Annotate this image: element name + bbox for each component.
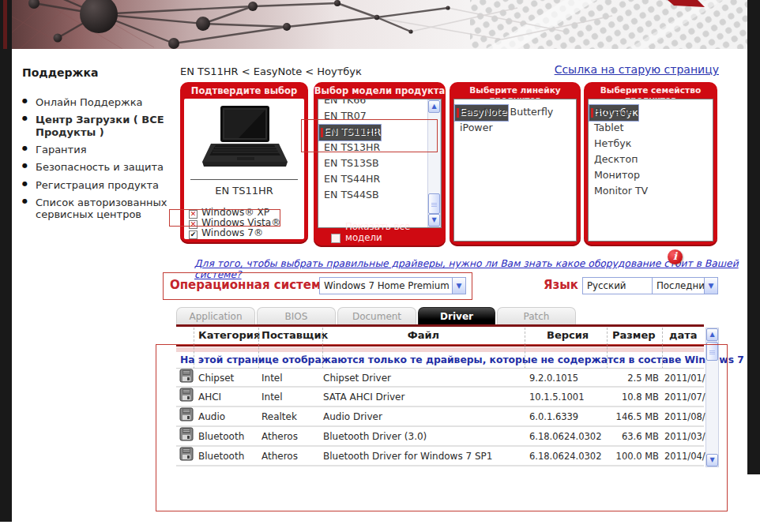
sidebar-item-security[interactable]: Безопасность и защита (22, 161, 171, 173)
confirm-panel-body: EN TS11HR ✕Windows® XP ✕Windows Vista® ✔… (184, 99, 304, 239)
tab-patch[interactable]: Patch (497, 307, 576, 324)
chevron-down-icon[interactable]: ▼ (704, 278, 717, 294)
family-option[interactable]: Monitor TV (589, 183, 713, 199)
sidebar-item-warranty[interactable]: Гарантия (22, 144, 171, 155)
table-row: Chipset Intel Chipset Driver 9.2.0.1015 … (176, 368, 704, 388)
chevron-down-icon[interactable]: ▼ (452, 278, 465, 294)
family-option[interactable]: Tablet (589, 120, 713, 136)
model-option[interactable]: EN TS13SB (318, 155, 427, 171)
download-floppy-icon[interactable] (179, 388, 194, 408)
model-option[interactable]: EN TS11SB (318, 124, 427, 140)
os-select-label: Операционная система : (170, 278, 338, 292)
column-header-size: Размер (612, 329, 656, 341)
language-select-value: Русский (583, 278, 655, 294)
row-version: 6.18.0624.0302 (529, 427, 601, 446)
scroll-up-icon[interactable]: ▲ (706, 328, 718, 341)
row-size: 2.5 MB (608, 369, 659, 388)
table-row: Bluetooth Atheros Bluetooth Driver (3.0)… (176, 427, 704, 447)
molecule-banner-graphic (12, 0, 747, 49)
download-floppy-icon[interactable] (179, 447, 194, 467)
download-floppy-icon[interactable] (179, 369, 194, 389)
panel-divider (190, 179, 298, 180)
scrollbar-thumb[interactable] (428, 193, 440, 214)
line-list: EasyNote EasyNote Butterfly iPower (454, 104, 576, 241)
row-category: AHCI (198, 388, 221, 406)
page-left-edge-accent (3, 0, 7, 49)
confirm-panel-title: Подтвердите выбор (180, 85, 308, 96)
line-option[interactable]: iPower (454, 120, 576, 136)
row-file: SATA AHCI Driver (323, 388, 404, 406)
confirm-selection-panel: Подтвердите выбор EN TS11HR ✕Windows® XP… (180, 82, 308, 244)
model-option[interactable]: EN TS44SB (318, 187, 427, 203)
line-option[interactable]: EasyNote Butterfly (454, 104, 576, 120)
family-option[interactable]: Монитор (589, 167, 713, 183)
sidebar-title: Поддержка (22, 66, 98, 79)
row-version: 6.0.1.6339 (529, 407, 578, 426)
model-listbox: EN TK66 EN TR07 EN TS11HR EN TS11SB EN T… (318, 99, 442, 228)
sidebar-item-service-centers[interactable]: Список авторизованных сервисных центров (22, 197, 171, 221)
row-vendor: Realtek (261, 407, 297, 426)
table-header-underline (176, 344, 704, 347)
model-list: EN TK66 EN TR07 EN TS11HR EN TS11SB EN T… (318, 99, 427, 227)
row-category: Bluetooth (198, 427, 244, 446)
row-vendor: Atheros (261, 447, 298, 466)
row-category: Bluetooth (198, 447, 244, 466)
column-header-file: Файл (322, 329, 525, 341)
page-right-edge (747, 0, 760, 474)
row-size: 63.6 MB (608, 427, 659, 446)
tab-driver-active[interactable]: Driver (418, 307, 495, 324)
os-support-windows-vista: ✕Windows Vista® (189, 217, 281, 227)
model-option[interactable]: EN TS13HR (318, 140, 427, 155)
download-floppy-icon[interactable] (179, 427, 194, 448)
sort-select-value: Последние (653, 278, 704, 294)
scroll-down-icon[interactable]: ▼ (706, 454, 718, 466)
download-floppy-icon[interactable] (179, 407, 194, 428)
row-category: Audio (198, 407, 225, 426)
row-file: Bluetooth Driver for Windows 7 SP1 (323, 447, 492, 466)
model-panel-title: Выбор модели продукта (314, 85, 446, 96)
os-select[interactable]: Windows 7 Home Premium x64 ▼ (319, 277, 466, 294)
family-option[interactable]: Десктоп (589, 152, 713, 167)
row-category: Chipset (198, 369, 234, 388)
family-option[interactable]: Нетбук (589, 136, 713, 152)
page-left-edge (0, 0, 12, 522)
show-all-models-checkbox[interactable] (331, 234, 340, 243)
family-list: Ноутбук Storage Tablet Нетбук Десктоп Мо… (589, 104, 713, 241)
row-file: Bluetooth Driver (3.0) (323, 427, 427, 446)
sidebar-item-online-support[interactable]: Онлайн Поддержка (22, 96, 171, 108)
os-support-windows-7: ✔Windows 7® (189, 227, 263, 238)
table-row: AHCI Intel SATA AHCI Driver 10.1.5.1001 … (176, 388, 704, 407)
sidebar-item-download-center[interactable]: Центр Загрузки ( ВСЕ Продукты ) (22, 114, 171, 138)
results-scrollbar[interactable]: ▲ ▼ (705, 328, 719, 467)
sidebar-menu: Онлайн Поддержка Центр Загрузки ( ВСЕ Пр… (22, 96, 171, 227)
os-support-windows-xp: ✕Windows® XP (189, 207, 269, 217)
tab-application[interactable]: Application (176, 307, 255, 324)
tab-document[interactable]: Document (337, 307, 416, 324)
model-option[interactable]: EN TS44HR (318, 171, 427, 187)
show-all-models-label: Показать все модели (345, 221, 446, 243)
column-header-date: дата (669, 329, 698, 341)
column-header-version: Версия (547, 329, 589, 341)
model-option[interactable]: EN TK66 (318, 99, 427, 108)
info-icon[interactable]: i (668, 249, 683, 264)
selected-model-name: EN TS11HR (184, 185, 304, 197)
row-version: 6.18.0624.0302 (529, 447, 601, 466)
family-option[interactable]: Storage (589, 104, 713, 120)
row-vendor: Atheros (261, 427, 298, 446)
old-page-link[interactable]: Ссылка на старую страницу (553, 63, 719, 76)
line-listbox: EasyNote EasyNote Butterfly iPower (453, 99, 577, 242)
header-banner-image (12, 0, 747, 49)
column-header-category: Категория (198, 329, 260, 341)
scrollbar-thumb[interactable] (706, 342, 718, 361)
row-size: 146.5 MB (608, 407, 659, 426)
os-select-value: Windows 7 Home Premium x64 (320, 278, 452, 294)
sidebar-item-product-registration[interactable]: Регистрация продукта (22, 179, 171, 191)
model-list-scrollbar[interactable]: ▲ ▼ (427, 99, 441, 227)
breadcrumb: EN TS11HR < EasyNote < Ноутбук (180, 66, 362, 77)
scroll-up-icon[interactable]: ▲ (428, 100, 440, 113)
sort-select[interactable]: Последние ▼ (652, 277, 718, 294)
row-version: 10.1.5.1001 (529, 388, 585, 406)
model-option[interactable]: EN TR07 (318, 108, 427, 124)
supported-checkbox-icon: ✔ (189, 230, 198, 239)
tab-bios[interactable]: BIOS (257, 307, 336, 324)
